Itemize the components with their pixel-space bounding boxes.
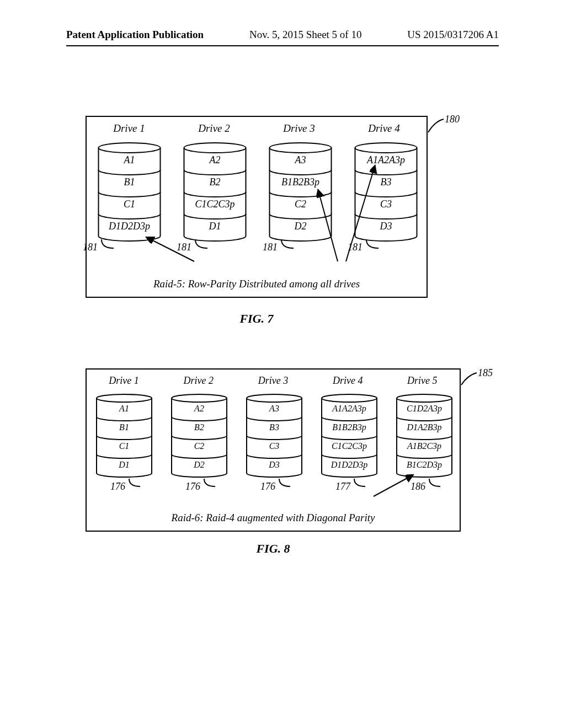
cell: A1B2C3p — [407, 441, 441, 451]
ref-numeral: 177 — [335, 481, 350, 493]
ref-numeral: 180 — [445, 114, 460, 125]
cell: C1D2A3p — [407, 404, 442, 414]
ref-numeral: 181 — [348, 242, 363, 253]
svg-point-10 — [322, 394, 377, 402]
figure-7-box: Drive 1 Drive 2 Drive 3 Drive 4 — [86, 116, 428, 298]
ref-numeral: 181 — [263, 242, 278, 253]
cell: A1 — [119, 404, 129, 413]
cell: D1D2D3p — [331, 460, 368, 470]
ref-hook-icon — [280, 238, 299, 251]
ref-numeral: 181 — [83, 242, 98, 253]
ref-hook-icon — [365, 238, 384, 251]
header-center: Nov. 5, 2015 Sheet 5 of 10 — [249, 29, 362, 41]
cell: C3 — [269, 441, 280, 451]
cell: B1 — [119, 422, 129, 432]
cell: C1C2C3p — [195, 199, 234, 210]
cell: B2 — [210, 176, 221, 188]
cell: A1A2A3p — [332, 404, 366, 414]
cell: D1D2D3p — [108, 221, 150, 232]
svg-point-11 — [397, 394, 452, 402]
drive-header: Drive 5 — [389, 375, 455, 387]
fig7-caption: Raid-5: Row-Parity Distributed among all… — [87, 278, 427, 290]
svg-point-2 — [270, 143, 332, 153]
drive-header: Drive 3 — [266, 122, 332, 135]
cell: D1A2B3p — [406, 422, 441, 432]
cell: B2 — [194, 422, 204, 432]
ref-hook-icon — [100, 238, 119, 251]
svg-point-7 — [97, 394, 152, 402]
cell: C2 — [295, 199, 306, 210]
ref-numeral: 176 — [185, 481, 200, 493]
cell: D3 — [268, 460, 280, 469]
fig8-caption: Raid-6: Raid-4 augmented with Diagonal P… — [87, 512, 460, 524]
cell: D1 — [209, 221, 221, 232]
page: Patent Application Publication Nov. 5, 2… — [0, 0, 565, 728]
cell: D1 — [118, 460, 130, 469]
cell: A3 — [295, 154, 306, 165]
header-right: US 2015/0317206 A1 — [407, 29, 499, 41]
ref-hook-icon — [203, 478, 220, 490]
figure-8-label: FIG. 8 — [86, 542, 461, 556]
page-header: Patent Application Publication Nov. 5, 2… — [66, 29, 499, 41]
cell: A2 — [209, 154, 221, 165]
fig7-drive-headers: Drive 1 Drive 2 Drive 3 Drive 4 — [87, 122, 427, 135]
ref-numeral: 181 — [177, 242, 191, 253]
ref-numeral: 186 — [411, 481, 425, 493]
figure-7-label: FIG. 7 — [86, 312, 428, 326]
header-left: Patent Application Publication — [66, 29, 204, 41]
svg-line-12 — [374, 475, 412, 496]
cell: D3 — [380, 221, 392, 232]
cell: C3 — [380, 199, 392, 210]
ref-numeral: 176 — [110, 481, 125, 493]
svg-point-8 — [172, 394, 227, 402]
ref-hook-icon — [128, 478, 145, 490]
header-rule — [66, 45, 499, 46]
cell: C2 — [194, 441, 205, 451]
svg-point-0 — [99, 143, 161, 153]
cell: A2 — [194, 404, 204, 413]
drive-header: Drive 2 — [166, 375, 232, 387]
svg-line-5 — [318, 191, 338, 261]
fig8-drive-headers: Drive 1 Drive 2 Drive 3 Drive 4 Drive 5 — [87, 375, 460, 387]
ref-hook-icon — [278, 478, 295, 490]
cell: B1 — [124, 176, 135, 188]
ref-numeral: 176 — [260, 481, 275, 493]
cell: A3 — [269, 404, 279, 413]
ref-hook-icon — [353, 478, 370, 490]
drive-header: Drive 3 — [240, 375, 306, 387]
cell: B3 — [269, 422, 279, 432]
cell: B1C2D3p — [407, 460, 442, 470]
svg-point-1 — [184, 143, 246, 153]
cell: C1 — [119, 441, 130, 451]
cell: A1A2A3p — [366, 154, 405, 165]
svg-point-3 — [355, 143, 417, 153]
drive-header: Drive 2 — [181, 122, 247, 135]
cell: C1 — [124, 199, 135, 210]
ref-numeral: 185 — [478, 367, 493, 379]
drive-header: Drive 4 — [315, 375, 381, 387]
ref-hook-icon — [194, 238, 213, 251]
cell: D2 — [294, 221, 307, 232]
drive-header: Drive 4 — [351, 122, 417, 135]
cell: C1C2C3p — [332, 441, 367, 451]
svg-point-9 — [247, 394, 302, 402]
cell: B3 — [381, 176, 392, 188]
drive-header: Drive 1 — [96, 122, 162, 135]
figure-8-box: Drive 1 Drive 2 Drive 3 Drive 4 Drive 5 — [86, 368, 461, 532]
drive-header: Drive 1 — [91, 375, 157, 387]
cell: A1 — [124, 154, 135, 165]
cell: B1B2B3p — [281, 176, 319, 188]
cell: B1B2B3p — [332, 422, 366, 432]
cell: D2 — [193, 460, 205, 469]
ref-hook-icon — [428, 478, 445, 490]
